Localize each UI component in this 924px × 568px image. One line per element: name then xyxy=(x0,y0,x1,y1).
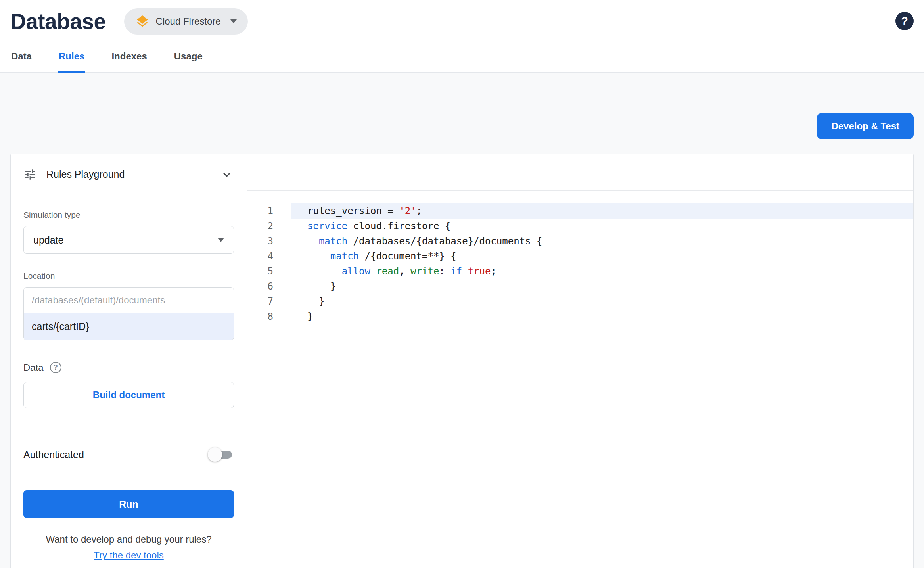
code-text: service cloud.firestore { xyxy=(291,219,913,234)
firestore-icon xyxy=(135,14,150,29)
code-line[interactable]: 4 match /{document=**} { xyxy=(247,249,913,264)
code-line[interactable]: 1rules_version = '2'; xyxy=(247,203,913,219)
tab-data[interactable]: Data xyxy=(10,48,33,72)
tab-bar: Data Rules Indexes Usage xyxy=(0,48,924,73)
code-text: match /{document=**} { xyxy=(291,249,913,264)
rules-editor: 1rules_version = '2';2service cloud.fire… xyxy=(247,154,913,568)
code-line[interactable]: 5 allow read, write: if true; xyxy=(247,264,913,279)
line-number: 8 xyxy=(247,309,291,324)
chevron-down-icon xyxy=(220,167,234,182)
help-button[interactable]: ? xyxy=(895,12,914,30)
authenticated-row: Authenticated xyxy=(11,434,247,475)
collapse-button[interactable] xyxy=(220,167,234,182)
code-line[interactable]: 7 } xyxy=(247,294,913,309)
header: Database Cloud Firestore ? xyxy=(0,0,924,36)
product-name: Cloud Firestore xyxy=(156,16,221,27)
playground-header: Rules Playground xyxy=(11,154,247,195)
simulation-type-select[interactable]: update xyxy=(23,226,234,254)
chevron-down-icon xyxy=(230,19,237,23)
authenticated-label: Authenticated xyxy=(23,449,84,461)
line-number: 6 xyxy=(247,279,291,294)
title-row: Database Cloud Firestore ? xyxy=(10,6,914,36)
code-text: allow read, write: if true; xyxy=(291,264,913,279)
playground-body: Simulation type update Location /databas… xyxy=(11,210,247,408)
location-label: Location xyxy=(23,271,234,281)
authenticated-toggle[interactable] xyxy=(208,447,234,462)
code-line[interactable]: 3 match /databases/{database}/documents … xyxy=(247,234,913,249)
data-section-header: Data ? xyxy=(23,362,234,373)
location-path-input[interactable]: carts/{cartID} xyxy=(24,313,234,340)
code-text: } xyxy=(291,279,913,294)
location-input-group: /databases/(default)/documents carts/{ca… xyxy=(23,287,234,340)
page-title: Database xyxy=(10,9,106,34)
code-text: } xyxy=(291,309,913,324)
footer-question-text: Want to develop and debug your rules? xyxy=(11,534,247,545)
tab-indexes[interactable]: Indexes xyxy=(111,48,148,72)
chevron-down-icon xyxy=(218,238,224,242)
code-line[interactable]: 6 } xyxy=(247,279,913,294)
dev-tools-link[interactable]: Try the dev tools xyxy=(94,550,164,561)
toggle-thumb xyxy=(208,447,222,462)
line-number: 5 xyxy=(247,264,291,279)
run-button[interactable]: Run xyxy=(23,490,234,518)
build-document-button[interactable]: Build document xyxy=(23,382,234,408)
main-content: Develop & Test Rules Playground Simulati… xyxy=(0,73,924,568)
rules-playground-sidebar: Rules Playground Simulation type update … xyxy=(11,154,247,568)
code-line[interactable]: 2service cloud.firestore { xyxy=(247,219,913,234)
location-prefix-input[interactable]: /databases/(default)/documents xyxy=(24,288,234,313)
data-help-icon[interactable]: ? xyxy=(50,362,61,373)
product-selector-chip[interactable]: Cloud Firestore xyxy=(124,8,248,35)
code-text: } xyxy=(291,294,913,309)
editor-toolbar xyxy=(247,154,913,191)
question-mark-icon: ? xyxy=(54,363,58,372)
data-label: Data xyxy=(23,362,44,373)
simulation-type-label: Simulation type xyxy=(23,210,234,220)
line-number: 1 xyxy=(247,203,291,219)
actions-row: Develop & Test xyxy=(10,73,914,139)
rules-panel: Rules Playground Simulation type update … xyxy=(10,154,914,568)
line-number: 2 xyxy=(247,219,291,234)
tab-usage[interactable]: Usage xyxy=(173,48,203,72)
code-text: rules_version = '2'; xyxy=(291,203,913,219)
line-number: 4 xyxy=(247,249,291,264)
simulation-type-value: update xyxy=(33,234,63,246)
tune-icon xyxy=(23,168,37,181)
code-line[interactable]: 8} xyxy=(247,309,913,324)
playground-footer: Want to develop and debug your rules? Tr… xyxy=(11,534,247,561)
rules-code-editor[interactable]: 1rules_version = '2';2service cloud.fire… xyxy=(247,191,913,568)
develop-test-button[interactable]: Develop & Test xyxy=(817,113,914,139)
line-number: 3 xyxy=(247,234,291,249)
code-text: match /databases/{database}/documents { xyxy=(291,234,913,249)
question-mark-icon: ? xyxy=(901,15,908,28)
tab-rules[interactable]: Rules xyxy=(58,48,85,72)
line-number: 7 xyxy=(247,294,291,309)
playground-title: Rules Playground xyxy=(46,169,210,180)
